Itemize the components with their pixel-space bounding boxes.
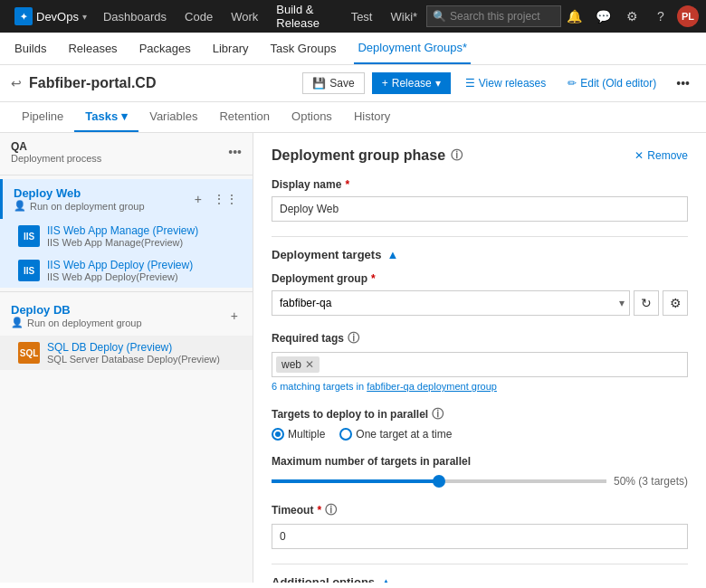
brand-label: DevOps [36, 10, 79, 24]
nav-dashboards[interactable]: Dashboards [94, 0, 176, 33]
iis-deploy-info: IIS Web App Deploy (Preview) IIS Web App… [47, 259, 242, 282]
nav-wiki[interactable]: Wiki* [381, 0, 426, 33]
radio-multiple-circle [272, 428, 284, 441]
task-iis-deploy[interactable]: IIS IIS Web App Deploy (Preview) IIS Web… [0, 253, 253, 288]
radio-one-at-a-time[interactable]: One target at a time [339, 428, 452, 441]
deploy-web-actions: + ⋮⋮ [191, 190, 242, 208]
save-button[interactable]: 💾 Save [302, 72, 364, 94]
nav-build-release[interactable]: Build & Release [267, 0, 341, 33]
required-star: * [345, 178, 349, 191]
tab-options[interactable]: Options [281, 102, 343, 132]
timeout-label: Timeout * ⓘ [272, 502, 688, 518]
release-button[interactable]: + Release ▾ [372, 72, 451, 94]
nav-work[interactable]: Work [222, 0, 267, 33]
nav-builds[interactable]: Builds [11, 33, 50, 64]
search-box[interactable]: 🔍 Search this project [426, 5, 561, 27]
targets-radio-group: Multiple One target at a time [272, 428, 688, 441]
parallel-slider[interactable] [272, 479, 606, 483]
tag-remove-button[interactable]: ✕ [305, 358, 314, 371]
nav-task-groups[interactable]: Task Groups [266, 33, 339, 64]
sql-deploy-info: SQL DB Deploy (Preview) SQL Server Datab… [47, 341, 242, 365]
notification-icon[interactable]: 🔔 [561, 4, 587, 29]
remove-button[interactable]: ✕ Remove [634, 149, 688, 162]
iis-deploy-name: IIS Web App Deploy (Preview) [47, 259, 242, 271]
tags-info-icon[interactable]: ⓘ [348, 330, 359, 346]
edit-old-editor-button[interactable]: ✏ Edit (Old editor) [560, 73, 663, 93]
targets-info-icon[interactable]: ⓘ [432, 406, 444, 422]
tab-retention[interactable]: Retention [208, 102, 281, 132]
floppy-icon: 💾 [312, 77, 326, 90]
tab-variables[interactable]: Variables [138, 102, 208, 132]
display-name-input[interactable] [272, 196, 688, 222]
section-more-button[interactable]: ••• [228, 145, 242, 159]
deployment-group-settings-button[interactable]: ⚙ [663, 290, 688, 316]
deploy-web-drag-button[interactable]: ⋮⋮ [209, 190, 242, 208]
task-iis-manage[interactable]: IIS IIS Web App Manage (Preview) IIS Web… [0, 219, 253, 253]
tab-tasks[interactable]: Tasks ▾ [74, 102, 138, 132]
radio-multiple[interactable]: Multiple [272, 428, 325, 441]
tag-info-text: 6 matching targets in fabfiber-qa deploy… [272, 381, 688, 392]
deployment-group-select[interactable]: fabfiber-qa fabfiber-prod fabfiber-dev [272, 290, 630, 316]
nav-library[interactable]: Library [209, 33, 253, 64]
refresh-button[interactable]: ↻ [634, 290, 659, 316]
nav-packages[interactable]: Packages [136, 33, 195, 64]
deploy-db-add-button[interactable]: + [227, 307, 242, 325]
task-group-deploy-db-header[interactable]: Deploy DB 👤 Run on deployment group + [0, 296, 253, 336]
person-icon-db: 👤 [11, 317, 24, 328]
nav-test[interactable]: Test [342, 0, 382, 33]
radio-one-circle [339, 428, 352, 441]
timeout-section: Timeout * ⓘ [272, 502, 688, 549]
release-chevron: ▾ [435, 77, 441, 90]
chat-icon[interactable]: 💬 [590, 4, 615, 29]
settings-icon[interactable]: ⚙ [619, 4, 644, 29]
nav-deployment-groups[interactable]: Deployment Groups* [354, 33, 471, 64]
nav-code[interactable]: Code [176, 0, 222, 33]
display-name-section: Display name * [272, 178, 688, 222]
group-name-deploy-web: Deploy Web [14, 186, 145, 200]
targets-parallel-section: Targets to deploy to in parallel ⓘ Multi… [272, 406, 688, 441]
list-icon: ☰ [465, 77, 475, 90]
deployment-group-dropdown-wrap: fabfiber-qa fabfiber-prod fabfiber-dev ▾… [272, 290, 688, 316]
task-group-deploy-web-header[interactable]: Deploy Web 👤 Run on deployment group + ⋮… [0, 179, 253, 219]
group-name-deploy-db: Deploy DB [11, 303, 142, 317]
more-options-button[interactable]: ••• [671, 72, 695, 94]
iis-deploy-sub: IIS Web App Deploy(Preview) [47, 271, 242, 282]
view-releases-button[interactable]: ☰ View releases [458, 73, 553, 93]
deploy-web-add-button[interactable]: + [191, 190, 205, 208]
person-icon: 👤 [14, 200, 26, 212]
section-title: QA [11, 140, 101, 153]
deployment-group-label: Deployment group * [272, 272, 688, 285]
top-nav: ✦ DevOps ▾ Dashboards Code Work Build & … [0, 0, 706, 33]
edit-icon: ✏ [568, 77, 577, 90]
additional-options-toggle[interactable]: ▲ [380, 575, 392, 583]
sql-deploy-name: SQL DB Deploy (Preview) [47, 341, 242, 354]
tab-history[interactable]: History [343, 102, 401, 132]
sql-deploy-icon: SQL [18, 342, 40, 364]
additional-options-divider: Additional options ▲ [272, 564, 688, 583]
user-avatar[interactable]: PL [677, 5, 699, 27]
deployment-group-link[interactable]: fabfiber-qa deployment group [367, 381, 497, 392]
iis-manage-sub: IIS Web App Manage(Preview) [47, 237, 242, 248]
nav-releases[interactable]: Releases [64, 33, 120, 64]
page-title: Fabfiber-portal.CD [29, 75, 295, 91]
task-sql-deploy[interactable]: SQL SQL DB Deploy (Preview) SQL Server D… [0, 336, 253, 370]
back-icon[interactable]: ↩ [11, 76, 22, 90]
tab-pipeline[interactable]: Pipeline [11, 102, 74, 132]
timeout-info-icon[interactable]: ⓘ [325, 502, 337, 518]
title-info-icon[interactable]: ⓘ [451, 147, 463, 164]
left-panel: QA Deployment process ••• Deploy Web 👤 R… [0, 133, 253, 583]
timeout-required-star: * [317, 504, 321, 517]
group-sub-deploy-web: 👤 Run on deployment group [14, 200, 145, 212]
main-content: QA Deployment process ••• Deploy Web 👤 R… [0, 133, 706, 583]
required-tags-label: Required tags ⓘ [272, 330, 688, 346]
deployment-targets-divider: Deployment targets ▲ [272, 236, 688, 261]
sql-deploy-sub: SQL Server Database Deploy(Preview) [47, 354, 242, 365]
search-icon: 🔍 [433, 10, 446, 23]
timeout-input[interactable] [272, 524, 688, 549]
help-icon[interactable]: ? [648, 4, 673, 29]
x-icon: ✕ [634, 149, 644, 162]
right-panel-title: Deployment group phase ⓘ [272, 147, 463, 164]
tag-input-wrap[interactable]: web ✕ [272, 352, 688, 377]
deployment-targets-toggle[interactable]: ▲ [386, 248, 398, 261]
brand[interactable]: ✦ DevOps ▾ [7, 7, 94, 25]
